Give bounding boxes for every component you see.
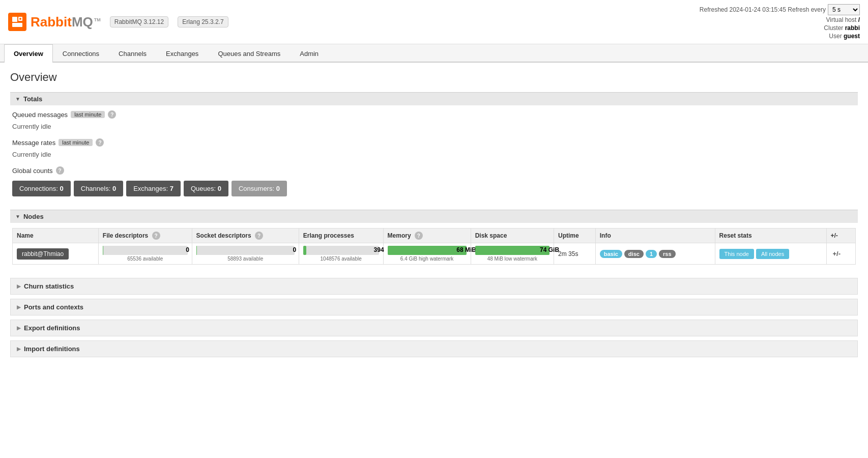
churn-statistics-header[interactable]: ▶ Churn statistics <box>10 278 858 295</box>
page-title: Overview <box>10 71 858 84</box>
totals-section-title: Totals <box>23 95 42 103</box>
connections-count-label: Connections: <box>19 185 58 192</box>
global-counts-help-icon[interactable]: ? <box>56 166 64 175</box>
global-counts-label: Global counts <box>12 167 53 175</box>
connections-count-value: 0 <box>60 185 64 192</box>
rabbitmq-logo-icon <box>8 13 26 31</box>
refresh-label: Refresh every <box>788 6 826 13</box>
plus-minus-toggle[interactable]: +/- <box>831 249 843 259</box>
export-definitions-section: ▶ Export definitions <box>10 320 858 336</box>
col-plus-minus: +/- <box>826 228 856 243</box>
export-definitions-header[interactable]: ▶ Export definitions <box>10 320 858 336</box>
consumers-count-label: Consumers: <box>239 185 274 192</box>
totals-section-body: Queued messages last minute ? Currently … <box>10 105 858 202</box>
disk-bar-wrap: 74 GiB <box>475 246 549 255</box>
memory-help-icon[interactable]: ? <box>415 232 423 240</box>
svg-rect-3 <box>12 23 22 27</box>
erlang-proc-bar-fill <box>303 246 306 255</box>
main-content: Overview ▼ Totals Queued messages last m… <box>0 63 868 369</box>
churn-statistics-section: ▶ Churn statistics <box>10 278 858 295</box>
queued-messages-badge: last minute <box>71 111 105 118</box>
rabbitmq-version-badge: RabbitMQ 3.12.12 <box>110 16 168 27</box>
count-buttons: Connections: 0 Channels: 0 Exchanges: 7 … <box>12 181 856 196</box>
tab-queues[interactable]: Queues and Streams <box>208 44 290 63</box>
queued-messages-help-icon[interactable]: ? <box>108 110 116 119</box>
queues-count-label: Queues: <box>191 185 216 192</box>
virtual-host-value: / <box>858 16 860 23</box>
consumers-count-btn[interactable]: Consumers: 0 <box>232 181 287 196</box>
ports-contexts-header[interactable]: ▶ Ports and contexts <box>10 299 858 316</box>
disk-value: 74 GiB <box>512 246 587 253</box>
connections-count-btn[interactable]: Connections: 0 <box>12 181 71 196</box>
totals-section: ▼ Totals Queued messages last minute ? C… <box>10 92 858 202</box>
channels-count-value: 0 <box>112 185 116 192</box>
cluster-line: Cluster rabbi <box>700 24 860 32</box>
socket-desc-available: 58893 available <box>196 256 295 262</box>
num-badge: 1 <box>646 250 657 258</box>
nodes-section-title: Nodes <box>23 213 44 220</box>
col-erlang-proc: Erlang processes <box>299 228 383 243</box>
tab-channels[interactable]: Channels <box>109 44 156 63</box>
file-desc-cell: 0 65536 available <box>98 243 192 265</box>
info-badges: basic disc 1 rss <box>600 250 711 258</box>
currently-idle-1-text: Currently idle <box>12 123 51 130</box>
nodes-section: ▼ Nodes Name File descriptors ? Socket d… <box>10 210 858 270</box>
queued-messages-label: Queued messages <box>12 111 68 119</box>
user-label: User <box>829 33 842 40</box>
refresh-select[interactable]: 5 s 10 s 30 s 60 s Never <box>828 4 860 15</box>
churn-statistics-title: Churn statistics <box>24 282 74 290</box>
socket-desc-help-icon[interactable]: ? <box>255 232 263 240</box>
import-definitions-header[interactable]: ▶ Import definitions <box>10 340 858 357</box>
message-rates-row: Message rates last minute ? <box>12 138 856 147</box>
logo-tm: TM <box>94 17 101 22</box>
cluster-value: rabbi <box>845 24 860 32</box>
global-counts-row: Global counts ? <box>12 166 856 175</box>
memory-bar-wrap: 68 MiB <box>388 246 467 255</box>
header: RabbitMQTM RabbitMQ 3.12.12 Erlang 25.3.… <box>0 0 868 44</box>
consumers-count-value: 0 <box>276 185 280 192</box>
exchanges-count-btn[interactable]: Exchanges: 7 <box>126 181 181 196</box>
virtual-host-label: Virtual host <box>826 16 857 23</box>
file-desc-available: 65536 available <box>103 256 188 262</box>
totals-section-header[interactable]: ▼ Totals <box>10 92 858 105</box>
file-desc-help-icon[interactable]: ? <box>152 232 160 240</box>
message-rates-help-icon[interactable]: ? <box>96 138 104 147</box>
channels-count-btn[interactable]: Channels: 0 <box>74 181 123 196</box>
table-row: rabbit@Thmiao 0 65536 available <box>13 243 856 265</box>
socket-desc-cell: 0 58893 available <box>192 243 299 265</box>
tab-connections[interactable]: Connections <box>53 44 109 63</box>
totals-arrow-icon: ▼ <box>15 96 20 102</box>
file-desc-bar-wrap: 0 <box>103 246 188 255</box>
tab-exchanges[interactable]: Exchanges <box>156 44 208 63</box>
cluster-label: Cluster <box>824 24 843 32</box>
exchanges-count-value: 7 <box>170 185 173 192</box>
erlang-proc-cell: 394 1048576 available <box>299 243 383 265</box>
ports-contexts-title: Ports and contexts <box>24 303 83 311</box>
queues-count-btn[interactable]: Queues: 0 <box>184 181 228 196</box>
export-definitions-arrow-icon: ▶ <box>17 325 21 331</box>
nodes-section-header[interactable]: ▼ Nodes <box>10 210 858 223</box>
nav-bar: Overview Connections Channels Exchanges … <box>0 44 868 63</box>
this-node-button[interactable]: This node <box>719 249 754 259</box>
node-name-button[interactable]: rabbit@Thmiao <box>17 248 69 260</box>
disc-badge: disc <box>624 250 644 258</box>
user-line: User guest <box>700 33 860 40</box>
logo-area: RabbitMQTM RabbitMQ 3.12.12 Erlang 25.3.… <box>8 13 228 31</box>
logo-text: RabbitMQTM <box>31 14 101 30</box>
import-definitions-arrow-icon: ▶ <box>17 346 21 352</box>
churn-statistics-arrow-icon: ▶ <box>17 283 21 289</box>
node-name-cell: rabbit@Thmiao <box>13 243 99 265</box>
currently-idle-2-text: Currently idle <box>12 151 51 158</box>
info-cell: basic disc 1 rss <box>595 243 715 265</box>
socket-desc-bar-wrap: 0 <box>196 246 295 255</box>
rss-badge: rss <box>659 250 676 258</box>
reset-stats-buttons: This node All nodes <box>719 249 822 259</box>
memory-cell: 68 MiB 6.4 GiB high watermark <box>383 243 471 265</box>
all-nodes-button[interactable]: All nodes <box>756 249 789 259</box>
basic-badge: basic <box>600 250 622 258</box>
tab-overview[interactable]: Overview <box>4 44 53 63</box>
plus-minus-cell: +/- <box>826 243 856 265</box>
tab-admin[interactable]: Admin <box>290 44 328 63</box>
refresh-select-wrap: Refresh every 5 s 10 s 30 s 60 s Never <box>788 4 860 15</box>
refresh-row: Refreshed 2024-01-24 03:15:45 Refresh ev… <box>700 4 860 15</box>
